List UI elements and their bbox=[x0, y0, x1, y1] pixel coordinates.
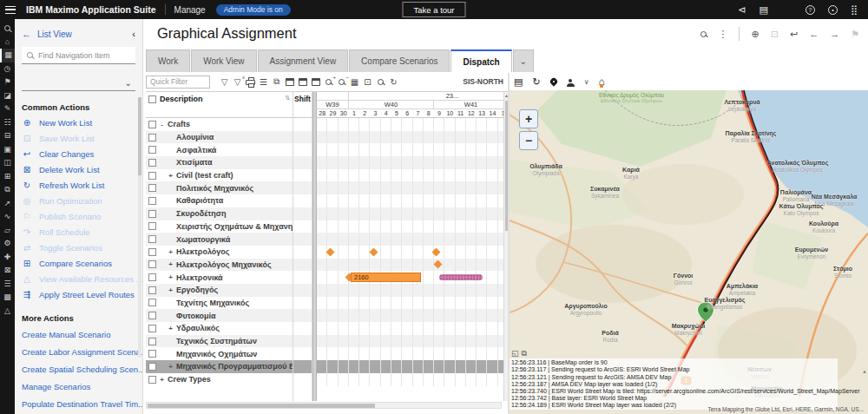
zoom-out-button[interactable]: − bbox=[519, 131, 538, 150]
common-action-delete[interactable]: ⊠Delete Work List bbox=[15, 161, 142, 177]
row-checkbox[interactable] bbox=[148, 363, 156, 371]
copy-icon[interactable]: ⧉ bbox=[0, 183, 15, 197]
row-checkbox[interactable] bbox=[148, 299, 156, 306]
gantt-row[interactable]: Τεχνικός Συστημάτων bbox=[146, 335, 293, 348]
panel-scrollbar[interactable] bbox=[138, 97, 141, 358]
grid-icon[interactable]: ▩ bbox=[0, 291, 15, 305]
list-view-link[interactable]: List View bbox=[37, 30, 72, 39]
zoom-in-icon[interactable]: + bbox=[322, 76, 335, 89]
work-list-select[interactable]: ⌄ bbox=[22, 75, 135, 91]
location-pin-icon[interactable] bbox=[549, 76, 558, 86]
refresh-icon[interactable]: ↻ bbox=[387, 76, 400, 89]
zoom-region-icon[interactable] bbox=[374, 76, 387, 89]
gantt-row[interactable]: +Μηχανικός Προγραμματισμού Εργασι bbox=[146, 360, 293, 373]
row-checkbox[interactable] bbox=[148, 172, 156, 180]
collapse-icon[interactable]: - bbox=[159, 121, 165, 128]
milestone-diamond[interactable] bbox=[434, 260, 443, 269]
gantt-row[interactable]: +Ηλεκτρολόγος Μηχανικός bbox=[146, 259, 293, 272]
print-icon[interactable] bbox=[244, 76, 257, 89]
settings-icon[interactable]: ⚙ bbox=[0, 237, 15, 251]
expand-icon[interactable]: + bbox=[159, 376, 165, 384]
grid-icon[interactable]: ▦ bbox=[348, 76, 361, 89]
map-canvas[interactable]: 1 + − Εθνικός Δρυμός Ολύμπου Ethnikos Dr… bbox=[510, 90, 868, 414]
tab-overflow-caret[interactable]: ⌄ bbox=[513, 49, 534, 72]
common-action-roll-schedule[interactable]: ↷Roll Schedule bbox=[15, 224, 142, 240]
expand-icon[interactable]: + bbox=[168, 325, 174, 332]
work-bar[interactable]: 2160 bbox=[351, 273, 421, 282]
map-refresh-icon[interactable]: ↻ bbox=[532, 76, 540, 88]
gantt-row[interactable]: Φυτοκομία bbox=[146, 309, 293, 322]
search-icon[interactable] bbox=[700, 31, 707, 37]
go-home-icon[interactable]: ⌂ bbox=[598, 76, 604, 88]
menu-icon[interactable]: ☰ bbox=[0, 278, 15, 292]
inventory-icon[interactable]: ◫ bbox=[0, 156, 15, 170]
previous-icon[interactable]: ← bbox=[809, 29, 819, 39]
clear-filter-icon[interactable]: ▽x bbox=[231, 76, 244, 89]
milestone-diamond[interactable] bbox=[326, 247, 335, 256]
add-icon[interactable]: ⊕ bbox=[751, 29, 759, 40]
expand-icon[interactable]: + bbox=[168, 248, 174, 256]
assets-icon[interactable]: ▣ bbox=[0, 143, 15, 157]
find-navigation-input[interactable]: Find Navigation Item bbox=[22, 47, 135, 64]
alerts-icon[interactable]: △ bbox=[0, 305, 15, 319]
recent-icon[interactable]: ◷ bbox=[0, 62, 15, 76]
common-action-undo[interactable]: ↩Clear Changes bbox=[15, 146, 142, 161]
analytics-icon[interactable]: ∿ bbox=[0, 210, 15, 224]
announcement-icon[interactable]: ⊲ bbox=[738, 4, 746, 16]
more-action-link[interactable]: Create Spatial Scheduling Scen... bbox=[15, 360, 142, 378]
sort-icon[interactable]: ⇅ bbox=[285, 95, 291, 102]
more-action-link[interactable]: Populate Destination Travel Tim... bbox=[15, 395, 142, 412]
row-checkbox[interactable] bbox=[148, 159, 156, 167]
row-checkbox[interactable] bbox=[148, 121, 156, 128]
kebab-menu-icon[interactable]: ⋮ bbox=[718, 29, 727, 40]
row-checkbox[interactable] bbox=[148, 338, 156, 345]
assignments-icon[interactable]: ⚑ bbox=[0, 76, 15, 89]
scroll-up-icon[interactable]: ▲ bbox=[862, 369, 867, 374]
tab-dispatch[interactable]: Dispatch bbox=[450, 49, 511, 72]
back-arrow-icon[interactable]: ← bbox=[22, 29, 31, 39]
duplicate-icon[interactable]: ⧉ bbox=[270, 76, 283, 89]
hamburger-menu-icon[interactable] bbox=[5, 6, 16, 14]
close-grid-icon[interactable]: ⊠ bbox=[0, 264, 15, 278]
app-switcher-icon[interactable]: ⣿ bbox=[851, 4, 858, 16]
row-checkbox[interactable] bbox=[148, 260, 156, 268]
home-icon[interactable]: ⌂ bbox=[0, 36, 15, 49]
row-checkbox[interactable] bbox=[148, 222, 156, 230]
app-name[interactable]: Manage bbox=[174, 5, 206, 15]
row-checkbox[interactable] bbox=[148, 248, 156, 256]
milestone-diamond[interactable] bbox=[432, 247, 441, 256]
row-checkbox[interactable] bbox=[148, 197, 156, 205]
take-a-tour-button[interactable]: Take a tour bbox=[403, 2, 466, 17]
expand-icon[interactable]: + bbox=[168, 172, 174, 180]
gantt-row[interactable]: +Crew Types bbox=[146, 373, 293, 386]
more-action-link[interactable]: Manage Scenarios bbox=[15, 378, 142, 395]
row-height-icon[interactable]: ☰ bbox=[257, 76, 270, 89]
expand-icon[interactable]: + bbox=[168, 363, 174, 371]
list-icon[interactable]: ⊟ bbox=[0, 129, 15, 143]
gantt-horizontal-scrollbar[interactable] bbox=[146, 402, 502, 409]
gantt-row[interactable]: Ασφαλτικά bbox=[146, 143, 293, 156]
fit-view-icon[interactable]: ⊡ bbox=[361, 76, 374, 89]
common-action-toggle[interactable]: ⇄Toggle Scenarios bbox=[15, 240, 142, 255]
common-action-resources[interactable]: △View Available Resources ... bbox=[15, 271, 142, 286]
collapse-panel-icon[interactable]: ‹ bbox=[132, 29, 135, 39]
expand-icon[interactable]: + bbox=[168, 273, 174, 281]
gantt-row[interactable]: -Crafts bbox=[146, 118, 293, 131]
reports-icon[interactable]: ◪ bbox=[0, 89, 15, 103]
extent-icon[interactable]: ◱ bbox=[511, 349, 519, 358]
gantt-row[interactable]: Χειριστής Οχημάτων & Μηχανημάτων bbox=[146, 220, 293, 233]
common-action-optimize[interactable]: ◎Run Optimization bbox=[15, 193, 142, 208]
planning-icon[interactable]: ☷ bbox=[0, 116, 15, 130]
zoom-in-button[interactable]: + bbox=[519, 109, 538, 128]
calendar-check-icon[interactable] bbox=[296, 76, 309, 89]
share-icon[interactable]: ↗ bbox=[0, 197, 15, 211]
tab-assignment-view[interactable]: Assignment View bbox=[258, 49, 349, 72]
row-checkbox[interactable] bbox=[148, 134, 156, 141]
common-action-publish[interactable]: ⚐Publish Scenario bbox=[15, 208, 142, 224]
gantt-row[interactable]: Χωματουργικά bbox=[146, 233, 293, 246]
row-checkbox[interactable] bbox=[148, 184, 156, 192]
edit-icon[interactable]: ✎ bbox=[0, 102, 15, 116]
gantt-row[interactable]: Τεχνίτης Μηχανικός bbox=[146, 297, 293, 310]
gantt-row[interactable]: Μηχανικός Οχημάτων bbox=[146, 347, 293, 360]
tab-work-view[interactable]: Work View bbox=[191, 49, 256, 72]
